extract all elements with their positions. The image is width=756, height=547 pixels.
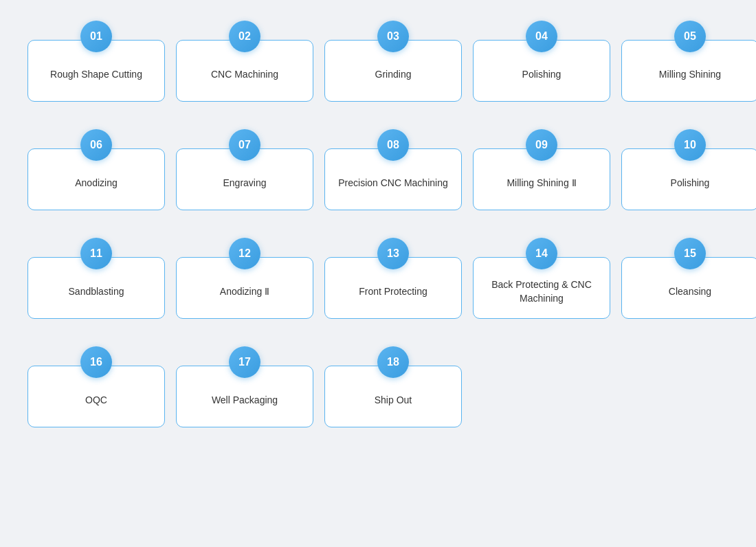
card-wrapper-15: 15Cleansing [621, 238, 756, 319]
badge-10: 10 [674, 129, 706, 161]
process-row-3: 11Sandblasting12Anodizing Ⅱ13Front Prote… [21, 238, 735, 319]
card-label-13: Front Protecting [359, 285, 427, 299]
card-wrapper-11: 11Sandblasting [27, 238, 165, 319]
process-row-1: 01Rough Shape Cutting02CNC Machining03Gr… [21, 21, 735, 102]
card-wrapper-08: 08Precision CNC Machining [324, 129, 462, 210]
card-label-03: Grinding [375, 68, 412, 82]
card-wrapper-10: 10Polishing [621, 129, 756, 210]
card-label-09: Milling Shining Ⅱ [507, 177, 576, 190]
process-row-4: 16OQC17Well Packaging18Ship Out [21, 346, 735, 427]
card-label-08: Precision CNC Machining [338, 177, 448, 190]
card-wrapper-03: 03Grinding [324, 21, 462, 102]
card-label-14: Back Protecting & CNC Machining [480, 278, 603, 305]
badge-08: 08 [377, 129, 409, 161]
badge-07: 07 [229, 129, 260, 161]
badge-17: 17 [229, 346, 260, 378]
badge-05: 05 [674, 21, 706, 52]
card-wrapper-09: 09Milling Shining Ⅱ [473, 129, 610, 210]
card-label-04: Polishing [522, 68, 562, 82]
card-wrapper-16: 16OQC [27, 346, 165, 427]
badge-18: 18 [377, 346, 409, 378]
card-wrapper-04: 04Polishing [473, 21, 610, 102]
card-label-06: Anodizing [75, 177, 118, 190]
card-wrapper-05: 05Milling Shining [621, 21, 756, 102]
card-label-18: Ship Out [375, 394, 412, 408]
card-wrapper-06: 06Anodizing [27, 129, 165, 210]
card-label-15: Cleansing [669, 285, 711, 299]
card-wrapper-14: 14Back Protecting & CNC Machining [473, 238, 610, 319]
badge-04: 04 [526, 21, 557, 52]
badge-12: 12 [229, 238, 260, 269]
card-label-17: Well Packaging [212, 394, 278, 408]
card-wrapper-18: 18Ship Out [324, 346, 462, 427]
card-label-10: Polishing [671, 177, 710, 190]
card-wrapper-12: 12Anodizing Ⅱ [176, 238, 313, 319]
process-grid: 01Rough Shape Cutting02CNC Machining03Gr… [14, 14, 742, 448]
badge-02: 02 [229, 21, 260, 52]
badge-15: 15 [674, 238, 706, 269]
badge-13: 13 [377, 238, 409, 269]
card-label-01: Rough Shape Cutting [50, 68, 142, 82]
card-label-16: OQC [85, 394, 107, 408]
card-wrapper-01: 01Rough Shape Cutting [27, 21, 165, 102]
process-row-2: 06Anodizing07Engraving08Precision CNC Ma… [21, 129, 735, 210]
card-wrapper-07: 07Engraving [176, 129, 313, 210]
card-wrapper-17: 17Well Packaging [176, 346, 313, 427]
card-label-07: Engraving [223, 177, 266, 190]
badge-09: 09 [526, 129, 557, 161]
badge-03: 03 [377, 21, 409, 52]
badge-11: 11 [80, 238, 112, 269]
badge-14: 14 [526, 238, 557, 269]
badge-06: 06 [80, 129, 112, 161]
card-label-05: Milling Shining [659, 68, 721, 82]
card-label-02: CNC Machining [211, 68, 278, 82]
card-wrapper-02: 02CNC Machining [176, 21, 313, 102]
badge-16: 16 [80, 346, 112, 378]
badge-01: 01 [80, 21, 112, 52]
card-label-12: Anodizing Ⅱ [220, 285, 269, 299]
card-label-11: Sandblasting [69, 285, 124, 299]
card-wrapper-13: 13Front Protecting [324, 238, 462, 319]
